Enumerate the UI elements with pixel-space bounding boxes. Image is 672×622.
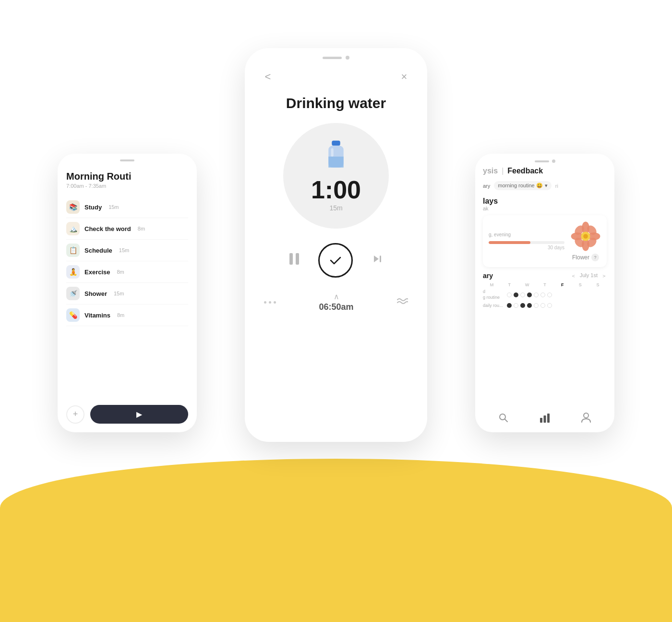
right-tabs: ysis | Feedback xyxy=(483,167,607,175)
current-time-display: ∧ 06:50am xyxy=(319,292,353,312)
progress-fill xyxy=(489,241,530,244)
svg-rect-19 xyxy=(543,415,546,423)
progress-bar xyxy=(489,241,564,244)
habit-icon: 🧘 xyxy=(66,265,80,279)
profile-nav-button[interactable] xyxy=(581,413,591,426)
flower-container: Flower ? xyxy=(570,221,601,261)
center-phone: < × Drinking water 1:00 15m xyxy=(245,48,427,442)
habit-item: 🏔️ Check the word 8m xyxy=(66,218,188,240)
right-phone-notch xyxy=(475,154,614,167)
cal-row-1-dots xyxy=(507,293,552,297)
svg-rect-3 xyxy=(331,148,334,157)
right-bottom-nav xyxy=(483,413,607,426)
svg-rect-20 xyxy=(547,414,550,423)
habit-name: Vitamins xyxy=(84,312,110,319)
progress-bar-wrap: g, evening 30 days xyxy=(489,232,564,250)
filter-value: morning routine 😀 xyxy=(498,183,543,189)
center-speaker xyxy=(323,57,342,59)
cal-day-header: W xyxy=(518,282,536,287)
center-nav: < × xyxy=(259,63,413,95)
dot-3 xyxy=(274,301,276,304)
time-arrow-icon: ∧ xyxy=(319,292,353,301)
streak-section: lays ak g, evening 30 days xyxy=(483,197,607,267)
timer-circle: 1:00 15m xyxy=(283,123,389,229)
habit-time: 8m xyxy=(138,226,145,232)
habit-time: 15m xyxy=(114,291,124,296)
calendar-days-header: MTWTFSS xyxy=(483,282,607,287)
left-phone-content: Morning Routi 7:00am - 7:35am 📚 Study 15… xyxy=(58,165,197,332)
filter-badge[interactable]: morning routine 😀 ▾ xyxy=(494,181,552,190)
complete-button[interactable] xyxy=(318,243,353,278)
habit-name: Exercise xyxy=(84,268,110,276)
habit-time: 15m xyxy=(108,204,119,210)
right-speaker xyxy=(535,160,549,162)
close-button[interactable]: × xyxy=(396,68,413,85)
skip-button[interactable] xyxy=(372,254,383,267)
activity-title: Drinking water xyxy=(286,95,386,111)
calendar-header: ary ＜ July 1st ＞ xyxy=(483,272,607,280)
habit-time: 8m xyxy=(117,269,124,275)
left-footer: + ▶ xyxy=(66,405,188,424)
water-bottle-icon xyxy=(322,140,350,173)
habit-name: Schedule xyxy=(84,247,112,254)
filter-label: ary xyxy=(483,183,490,189)
calendar-nav: ＜ July 1st ＞ xyxy=(571,272,607,280)
svg-point-17 xyxy=(500,414,505,420)
center-camera xyxy=(346,56,349,60)
right-phone: ysis | Feedback ary morning routine 😀 ▾ … xyxy=(475,154,614,432)
habit-icon: 📚 xyxy=(66,200,80,214)
cal-day-header: S xyxy=(571,282,589,287)
tab-feedback[interactable]: Feedback xyxy=(507,167,543,175)
tab-analysis[interactable]: ysis xyxy=(483,167,498,175)
flower-label-row: Flower ? xyxy=(570,254,601,261)
streak-sub: ak xyxy=(483,206,607,211)
right-camera xyxy=(552,159,555,163)
streak-title: lays xyxy=(483,197,607,206)
calendar-row-1: dg routine xyxy=(483,289,607,300)
svg-rect-0 xyxy=(332,141,340,146)
waves-icon[interactable] xyxy=(396,297,408,308)
svg-rect-6 xyxy=(380,256,381,262)
back-button[interactable]: < xyxy=(259,68,276,85)
cal-day-header: T xyxy=(501,282,518,287)
calendar-section: ary ＜ July 1st ＞ MTWTFSS dg routine xyxy=(483,272,607,308)
habit-list: 📚 Study 15m 🏔️ Check the word 8m 📋 Sched… xyxy=(66,196,188,326)
left-speaker xyxy=(120,159,134,161)
habit-name: Check the word xyxy=(84,225,131,232)
habit-item: 💊 Vitamins 8m xyxy=(66,305,188,326)
play-icon: ▶ xyxy=(136,410,142,419)
cal-dot xyxy=(534,293,539,297)
svg-rect-5 xyxy=(296,253,299,265)
chart-nav-button[interactable] xyxy=(540,413,550,425)
cal-row-2-label: daily rou... xyxy=(483,303,505,308)
cal-day-header: T xyxy=(536,282,554,287)
svg-rect-4 xyxy=(289,253,293,265)
habit-item: 🧘 Exercise 8m xyxy=(66,261,188,283)
svg-point-16 xyxy=(583,234,588,239)
cal-next-button[interactable]: ＞ xyxy=(601,272,607,280)
right-filter: ary morning routine 😀 ▾ ri xyxy=(483,181,607,190)
cal-prev-button[interactable]: ＜ xyxy=(571,272,576,280)
habit-name: Shower xyxy=(84,290,107,297)
search-nav-button[interactable] xyxy=(499,413,508,425)
pause-button[interactable] xyxy=(289,253,299,268)
center-bottom-bar: ∧ 06:50am xyxy=(259,292,413,312)
dot-1 xyxy=(264,301,266,304)
dropdown-icon: ▾ xyxy=(545,183,548,189)
playback-controls xyxy=(289,243,383,278)
flower-label: Flower xyxy=(572,254,589,261)
habit-item: 📚 Study 15m xyxy=(66,196,188,218)
dots-menu[interactable] xyxy=(264,301,276,304)
cal-dot xyxy=(534,303,539,308)
habit-icon: 🏔️ xyxy=(66,222,80,235)
play-button[interactable]: ▶ xyxy=(90,405,188,424)
yellow-background xyxy=(0,459,672,622)
flower-icon xyxy=(570,221,601,252)
add-habit-button[interactable]: + xyxy=(66,405,84,424)
cal-row-2-dots xyxy=(507,303,552,308)
calendar-row-2: daily rou... xyxy=(483,303,607,308)
flower-question-icon[interactable]: ? xyxy=(591,254,599,261)
center-phone-content: < × Drinking water 1:00 15m xyxy=(245,63,427,312)
habit-item: 📋 Schedule 15m xyxy=(66,240,188,261)
habit-item: 🚿 Shower 15m xyxy=(66,283,188,305)
